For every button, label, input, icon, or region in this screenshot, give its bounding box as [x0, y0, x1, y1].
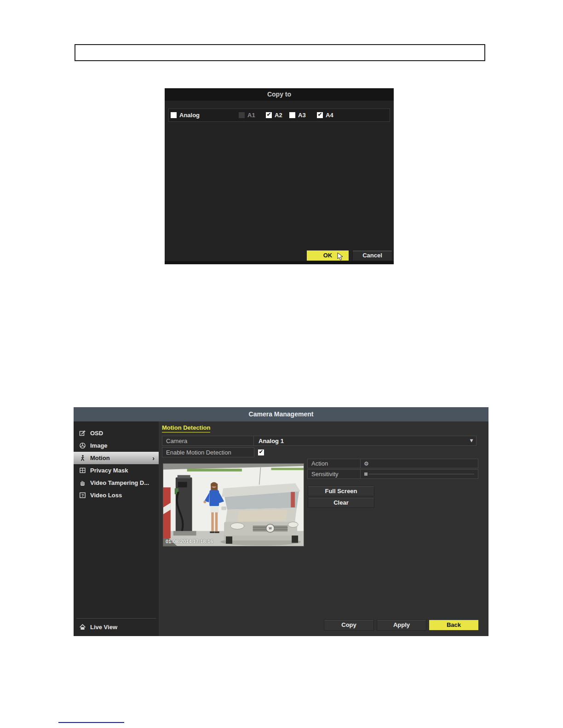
action-row: Action ⚙	[307, 459, 478, 468]
action-label: Action	[308, 459, 361, 468]
camera-dropdown[interactable]: Analog 1 ▾	[254, 436, 476, 445]
a1-label: A1	[247, 112, 255, 119]
window-title: Camera Management	[74, 407, 488, 421]
gear-icon[interactable]: ⚙	[364, 461, 369, 467]
svg-text:W: W	[269, 527, 272, 530]
checkbox-analog[interactable]: Analog	[171, 109, 200, 121]
sensitivity-row: Sensitivity	[307, 469, 478, 479]
camera-preview-image: W	[163, 464, 304, 546]
sidebar-item-label: Privacy Mask	[90, 467, 128, 474]
document-page: Copy to Analog A1 A2 A3 A4 OK	[0, 0, 563, 728]
settings-sidebar: OSD › Image › Motion	[74, 421, 159, 636]
chevron-down-icon: ▾	[470, 437, 473, 444]
camera-preview[interactable]: W	[163, 463, 304, 546]
privacy-mask-icon	[79, 467, 86, 474]
enable-motion-row: Enable Motion Detection	[162, 447, 477, 457]
back-button[interactable]: Back	[429, 620, 478, 630]
camera-management-window: Camera Management OSD › Image	[74, 407, 488, 636]
sidebar-item-motion[interactable]: Motion ›	[74, 452, 159, 464]
sidebar-item-label: OSD	[90, 430, 103, 437]
checkbox-a3[interactable]: A3	[289, 109, 306, 121]
channel-checkbox-row: Analog A1 A2 A3 A4	[168, 108, 390, 122]
a2-label: A2	[275, 112, 282, 119]
sidebar-item-label: Video Tampering D...	[90, 479, 149, 486]
a2-checkbox[interactable]	[266, 112, 272, 118]
copy-button[interactable]: Copy	[324, 620, 373, 630]
preview-timestamp: 01-08-2014 17:18:16	[166, 539, 213, 544]
slider-handle[interactable]	[364, 472, 368, 476]
sidebar-item-image[interactable]: Image ›	[74, 439, 159, 452]
osd-edit-icon	[79, 430, 86, 437]
sidebar-separator	[76, 618, 156, 619]
a3-checkbox[interactable]	[289, 112, 295, 118]
analog-checkbox[interactable]	[171, 112, 177, 118]
camera-label: Camera	[162, 436, 254, 445]
sensitivity-slider[interactable]	[361, 470, 478, 478]
sidebar-item-osd[interactable]: OSD ›	[74, 427, 159, 439]
sidebar-item-label: Video Loss	[90, 492, 122, 499]
sidebar-item-live-view[interactable]: Live View	[74, 621, 159, 633]
sensitivity-label: Sensitivity	[308, 470, 361, 478]
sidebar-item-video-tampering[interactable]: Video Tampering D... ›	[74, 477, 159, 489]
checkbox-a2[interactable]: A2	[266, 109, 282, 121]
sidebar-item-privacy-mask[interactable]: Privacy Mask ›	[74, 464, 159, 477]
dialog-title: Copy to	[165, 88, 394, 101]
video-tampering-icon	[79, 479, 86, 486]
a4-checkbox[interactable]	[317, 112, 323, 118]
apply-button[interactable]: Apply	[377, 620, 426, 630]
checkbox-a4[interactable]: A4	[317, 109, 333, 121]
home-icon	[79, 624, 86, 631]
cancel-button[interactable]: Cancel	[353, 250, 392, 261]
motion-icon	[79, 455, 86, 461]
selected-arrow-icon: ›	[152, 455, 155, 462]
sidebar-item-label: Image	[90, 442, 108, 449]
mouse-cursor-icon	[337, 252, 344, 261]
checkbox-a1: A1	[239, 109, 255, 121]
clear-button[interactable]: Clear	[308, 498, 374, 507]
dialog-footer-strip	[165, 261, 394, 264]
copy-to-dialog: Copy to Analog A1 A2 A3 A4 OK	[165, 88, 394, 264]
a3-label: A3	[298, 112, 306, 119]
a1-checkbox	[239, 112, 245, 118]
a4-label: A4	[326, 112, 333, 119]
enable-motion-label: Enable Motion Detection	[162, 447, 254, 457]
live-view-label: Live View	[90, 624, 117, 631]
callout-box	[75, 44, 485, 61]
slider-track	[368, 474, 474, 474]
image-icon	[79, 442, 86, 449]
footer-link-underline[interactable]	[58, 722, 124, 723]
settings-main-panel: Motion Detection Camera Analog 1 ▾ Enabl…	[159, 421, 488, 636]
enable-motion-checkbox[interactable]	[258, 449, 264, 455]
camera-select-row: Camera Analog 1 ▾	[162, 436, 477, 446]
full-screen-button[interactable]: Full Screen	[308, 486, 374, 496]
analog-label: Analog	[179, 112, 200, 119]
page-title: Motion Detection	[162, 424, 210, 432]
svg-text:?: ?	[81, 493, 84, 498]
sidebar-item-label: Motion	[90, 455, 110, 461]
sidebar-item-video-loss[interactable]: ? Video Loss ›	[74, 489, 159, 501]
camera-dropdown-value: Analog 1	[259, 438, 284, 444]
video-loss-icon: ?	[79, 492, 86, 499]
